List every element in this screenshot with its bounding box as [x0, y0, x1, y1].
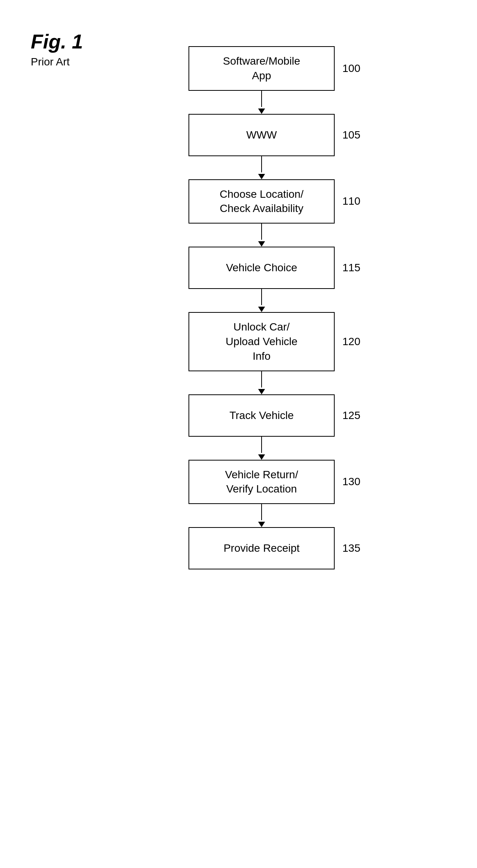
arrow-head-4 — [258, 307, 265, 312]
step-number-135: 135 — [342, 542, 373, 554]
flow-box-text-110: Choose Location/Check Availability — [220, 187, 304, 216]
arrow-line-2 — [261, 156, 262, 172]
flow-box-text-105: WWW — [246, 128, 277, 142]
step-number-125: 125 — [342, 409, 373, 422]
arrow-head-2 — [258, 174, 265, 179]
flow-box-135: Provide Receipt — [188, 527, 335, 569]
flow-step-100: Software/MobileApp 100 — [188, 46, 335, 91]
flow-step-130: Vehicle Return/Verify Location 130 — [188, 460, 335, 504]
flow-box-125: Track Vehicle — [188, 394, 335, 437]
flow-box-110: Choose Location/Check Availability — [188, 179, 335, 224]
arrow-line-1 — [261, 91, 262, 107]
arrow-line-6 — [261, 437, 262, 453]
arrow-line-5 — [261, 371, 262, 387]
flow-box-text-120: Unlock Car/Upload VehicleInfo — [226, 320, 298, 363]
arrow-line-4 — [261, 289, 262, 305]
arrow-line-7 — [261, 504, 262, 520]
flowchart: Software/MobileApp 100 WWW 105 Choose Lo… — [46, 23, 477, 569]
arrow-head-7 — [258, 522, 265, 527]
flow-box-text-125: Track Vehicle — [229, 408, 294, 423]
arrow-line-3 — [261, 224, 262, 240]
arrow-head-6 — [258, 454, 265, 460]
step-number-115: 115 — [342, 262, 373, 274]
flow-box-120: Unlock Car/Upload VehicleInfo — [188, 312, 335, 371]
flow-step-105: WWW 105 — [188, 114, 335, 156]
arrow-head-5 — [258, 389, 265, 394]
flow-box-115: Vehicle Choice — [188, 247, 335, 289]
flow-step-135: Provide Receipt 135 — [188, 527, 335, 569]
flow-step-115: Vehicle Choice 115 — [188, 247, 335, 289]
flow-box-100: Software/MobileApp — [188, 46, 335, 91]
step-number-110: 110 — [342, 195, 373, 207]
flow-box-text-100: Software/MobileApp — [223, 54, 300, 83]
flow-step-110: Choose Location/Check Availability 110 — [188, 179, 335, 224]
arrow-head-1 — [258, 108, 265, 114]
flow-box-130: Vehicle Return/Verify Location — [188, 460, 335, 504]
step-number-105: 105 — [342, 129, 373, 141]
flow-box-text-135: Provide Receipt — [223, 541, 300, 556]
flow-box-text-130: Vehicle Return/Verify Location — [225, 467, 298, 497]
flow-step-120: Unlock Car/Upload VehicleInfo 120 — [188, 312, 335, 371]
step-number-120: 120 — [342, 336, 373, 348]
flow-box-text-115: Vehicle Choice — [226, 260, 297, 275]
arrow-head-3 — [258, 241, 265, 247]
flow-step-125: Track Vehicle 125 — [188, 394, 335, 437]
step-number-130: 130 — [342, 476, 373, 488]
page: Fig. 1 Prior Art Software/MobileApp 100 … — [0, 0, 477, 868]
step-number-100: 100 — [342, 62, 373, 75]
flow-box-105: WWW — [188, 114, 335, 156]
